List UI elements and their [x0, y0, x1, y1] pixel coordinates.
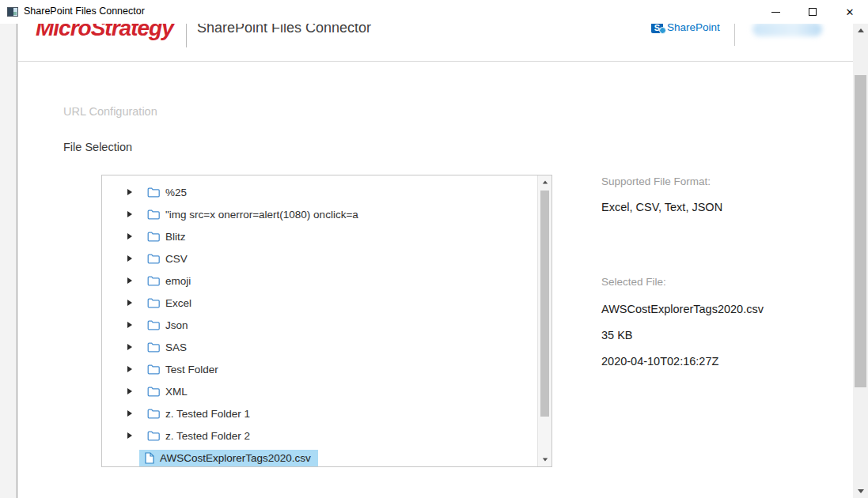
minimize-icon — [771, 12, 780, 13]
close-button[interactable]: ✕ — [832, 0, 867, 24]
folder-label: CSV — [165, 253, 188, 265]
window-scroll-down-icon[interactable] — [853, 485, 868, 498]
folder-icon — [147, 364, 160, 375]
folder-icon — [147, 341, 160, 353]
app-window: SharePoint Files Connector ✕ MicroStrate… — [0, 0, 868, 498]
redacted-username — [752, 24, 822, 36]
tree-row-folder[interactable]: z. Tested Folder 2 — [102, 424, 537, 447]
tree-row-folder[interactable]: %25 — [102, 181, 537, 203]
expand-arrow-icon[interactable] — [127, 388, 132, 394]
step-file-selection: File Selection — [63, 141, 132, 153]
tree-row-folder[interactable]: z. Tested Folder 1 — [102, 402, 537, 424]
tree-row-folder[interactable]: Json — [102, 314, 537, 336]
folder-label: Blitz — [165, 231, 186, 243]
page-content: MicroStrategy SharePoint Files Connector… — [18, 24, 853, 498]
folder-icon — [147, 209, 160, 220]
expand-arrow-icon[interactable] — [127, 255, 132, 262]
file-icon — [145, 452, 154, 464]
selected-file-date: 2020-04-10T02:16:27Z — [601, 355, 718, 368]
expand-arrow-icon[interactable] — [127, 211, 132, 217]
expand-arrow-icon[interactable] — [127, 277, 132, 284]
folder-label: z. Tested Folder 1 — [165, 408, 250, 420]
folder-label: z. Tested Folder 2 — [165, 430, 250, 442]
header-divider-vertical-2 — [734, 24, 735, 46]
sharepoint-icon: S — [651, 24, 663, 33]
sharepoint-brand: S SharePoint — [651, 24, 720, 33]
folder-icon — [147, 319, 160, 330]
supported-formats-value: Excel, CSV, Text, JSON — [601, 201, 722, 213]
selected-file-highlight[interactable]: AWSCostExplorerTags2020.csv — [139, 450, 318, 466]
folder-icon — [147, 430, 160, 441]
selected-file-size: 35 KB — [601, 329, 633, 341]
tree-scrollbar[interactable] — [537, 175, 552, 466]
folder-label: Test Folder — [165, 364, 218, 375]
tree-scroll-up-icon[interactable] — [538, 175, 552, 189]
selected-file-label: AWSCostExplorerTags2020.csv — [160, 452, 311, 464]
step-url-configuration: URL Configuration — [63, 105, 157, 118]
left-edge-strip — [0, 24, 17, 498]
tree-scroll-down-icon[interactable] — [538, 453, 552, 466]
tree-row-folder[interactable]: SAS — [102, 336, 537, 358]
close-icon: ✕ — [846, 7, 855, 17]
folder-label: emoji — [165, 275, 191, 287]
expand-arrow-icon[interactable] — [127, 300, 132, 306]
folder-icon — [147, 297, 160, 308]
sharepoint-label: SharePoint — [667, 24, 720, 33]
expand-arrow-icon[interactable] — [127, 233, 132, 240]
tree-scrollbar-thumb[interactable] — [540, 191, 549, 417]
microstrategy-logo: MicroStrategy — [36, 24, 173, 41]
header-divider — [18, 61, 853, 62]
tree-row-folder[interactable]: Blitz — [102, 225, 537, 247]
window-title: SharePoint Files Connector — [24, 6, 145, 17]
tree-row-folder[interactable]: Test Folder — [102, 358, 537, 380]
expand-arrow-icon[interactable] — [127, 344, 132, 350]
app-header-title: SharePoint Files Connector — [197, 24, 371, 36]
expand-arrow-icon[interactable] — [127, 410, 132, 417]
maximize-icon — [809, 8, 817, 16]
folder-icon — [147, 253, 160, 264]
window-scrollbar[interactable] — [853, 24, 868, 498]
tree-row-folder[interactable]: XML — [102, 380, 537, 402]
folder-label: %25 — [165, 187, 187, 198]
tree-folder-list: %25 "img src=x onerror=alert(1080) oncli… — [102, 175, 537, 466]
expand-arrow-icon[interactable] — [127, 432, 132, 439]
folder-icon — [147, 187, 160, 198]
window-scrollbar-thumb[interactable] — [855, 75, 866, 387]
tree-row-folder[interactable]: CSV — [102, 247, 537, 270]
selected-file-name: AWSCostExplorerTags2020.csv — [601, 303, 764, 315]
folder-label: Excel — [165, 297, 191, 309]
maximize-button[interactable] — [795, 0, 830, 24]
folder-label: Json — [165, 319, 188, 331]
app-icon — [7, 7, 18, 17]
folder-icon — [147, 386, 160, 397]
expand-arrow-icon[interactable] — [127, 322, 132, 328]
folder-icon — [147, 408, 160, 419]
window-scroll-up-icon[interactable] — [853, 24, 868, 37]
tree-row-folder[interactable]: "img src=x onerror=alert(1080) onclick=a — [102, 203, 537, 225]
tree-row-selected-file[interactable]: AWSCostExplorerTags2020.csv — [102, 447, 537, 466]
title-bar[interactable]: SharePoint Files Connector ✕ — [0, 0, 868, 24]
folder-label: "img src=x onerror=alert(1080) onclick=a — [165, 209, 358, 221]
folder-icon — [147, 231, 160, 242]
selected-file-section-label: Selected File: — [601, 276, 666, 288]
folder-label: XML — [165, 386, 188, 398]
supported-format-label: Supported File Format: — [601, 175, 711, 187]
expand-arrow-icon[interactable] — [127, 189, 132, 195]
minimize-button[interactable] — [758, 0, 793, 24]
tree-row-folder[interactable]: Excel — [102, 292, 537, 314]
file-tree-panel: %25 "img src=x onerror=alert(1080) oncli… — [101, 175, 552, 467]
header-divider-vertical — [186, 24, 187, 47]
expand-arrow-icon[interactable] — [127, 366, 132, 372]
tree-row-folder[interactable]: emoji — [102, 270, 537, 292]
folder-icon — [147, 275, 160, 286]
folder-label: SAS — [165, 341, 187, 353]
